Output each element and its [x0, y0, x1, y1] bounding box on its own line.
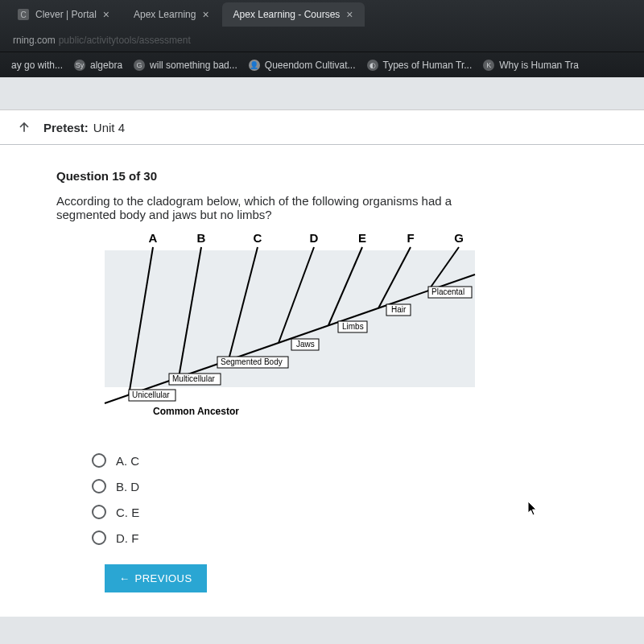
- answer-label: C. E: [116, 506, 139, 519]
- header-prefix: Pretest:: [43, 121, 89, 134]
- trait-unicellular: Unicellular: [129, 390, 175, 401]
- svg-text:Limbs: Limbs: [342, 322, 364, 331]
- tab-apex-courses[interactable]: Apex Learning - Courses ×: [222, 2, 365, 27]
- question-content: Question 15 of 30 According to the clado…: [0, 145, 644, 617]
- svg-text:Jaws: Jaws: [296, 340, 315, 349]
- trait-placental: Placental: [428, 287, 472, 298]
- trait-multicellular: Multicellular: [169, 374, 221, 385]
- bookmark-willsomething[interactable]: G will something bad...: [134, 60, 237, 71]
- bookmark-label: will something bad...: [150, 60, 237, 71]
- trait-limbs: Limbs: [338, 321, 367, 332]
- trait-jaws: Jaws: [291, 339, 319, 350]
- bookmark-queendom[interactable]: 👤 Queendom Cultivat...: [249, 60, 356, 71]
- tip-F: F: [407, 231, 414, 245]
- answer-list: A. C B. D C. E D. F: [92, 453, 588, 545]
- close-icon[interactable]: ×: [103, 8, 109, 21]
- person-icon: 👤: [249, 60, 260, 71]
- page-header: Pretest: Unit 4: [0, 109, 644, 145]
- root-label: Common Ancestor: [153, 406, 239, 417]
- answer-a[interactable]: A. C: [92, 453, 588, 468]
- url-host: rning.com: [13, 35, 56, 46]
- bookmark-whyhuman[interactable]: K Why is Human Tra: [483, 60, 579, 71]
- bookmark-icon: G: [134, 60, 145, 71]
- back-up-icon[interactable]: [16, 119, 32, 135]
- radio-icon[interactable]: [92, 453, 106, 468]
- tab-label: Clever | Portal: [35, 9, 97, 20]
- radio-icon[interactable]: [92, 479, 106, 493]
- answer-d[interactable]: D. F: [92, 530, 588, 545]
- header-unit: Unit 4: [93, 121, 125, 134]
- browser-chrome: C Clever | Portal × Apex Learning × Apex…: [0, 0, 644, 77]
- svg-text:Placental: Placental: [431, 287, 464, 296]
- tip-E: E: [358, 231, 366, 245]
- tip-C: C: [254, 231, 262, 245]
- url-path: public/activitytools/assessment: [59, 35, 191, 46]
- bookmark-label: Queendom Cultivat...: [265, 60, 356, 71]
- bookmark-label: algebra: [90, 60, 122, 71]
- question-text: According to the cladogram below, which …: [56, 194, 507, 221]
- tip-D: D: [310, 231, 319, 245]
- tip-B: B: [197, 231, 206, 245]
- tip-G: G: [454, 231, 464, 245]
- svg-text:Multicellular: Multicellular: [172, 374, 215, 383]
- previous-label: PREVIOUS: [135, 572, 192, 584]
- bookmark-typeshuman[interactable]: ◐ Types of Human Tr...: [367, 60, 473, 71]
- tip-A: A: [149, 231, 158, 245]
- arrow-left-icon: ←: [119, 572, 130, 584]
- close-icon[interactable]: ×: [346, 8, 353, 21]
- page-gap: [0, 77, 644, 109]
- tab-label: Apex Learning: [134, 9, 196, 20]
- tab-label: Apex Learning - Courses: [233, 9, 341, 20]
- bookmarks-bar: ay go with... Sy algebra G will somethin…: [0, 52, 644, 77]
- radio-icon[interactable]: [92, 530, 106, 545]
- radio-icon[interactable]: [92, 505, 106, 519]
- trait-segmented: Segmented Body: [217, 357, 288, 368]
- answer-b[interactable]: B. D: [92, 479, 588, 493]
- answer-c[interactable]: C. E: [92, 505, 588, 519]
- bookmark-icon: K: [483, 60, 494, 71]
- answer-label: A. C: [116, 454, 139, 468]
- bookmark-label: ay go with...: [11, 60, 63, 71]
- favicon-clever: C: [18, 9, 29, 20]
- bookmark-icon: ◐: [367, 60, 378, 71]
- svg-text:Unicellular: Unicellular: [132, 390, 170, 399]
- previous-button[interactable]: ← PREVIOUS: [105, 564, 207, 592]
- url-bar[interactable]: rning.com public/activitytools/assessmen…: [0, 29, 644, 52]
- bookmark-algebra[interactable]: Sy algebra: [74, 60, 122, 71]
- bookmark-aygowith[interactable]: ay go with...: [11, 60, 63, 71]
- tab-strip: C Clever | Portal × Apex Learning × Apex…: [0, 0, 644, 29]
- close-icon[interactable]: ×: [202, 8, 208, 21]
- svg-text:Hair: Hair: [391, 305, 407, 314]
- tab-clever[interactable]: C Clever | Portal ×: [6, 2, 121, 27]
- svg-text:Segmented Body: Segmented Body: [221, 357, 283, 366]
- cladogram-svg: A B C D E F G Unicellular Multicellula: [80, 226, 483, 436]
- trait-hair: Hair: [386, 304, 411, 316]
- bookmark-icon: Sy: [74, 60, 85, 71]
- bookmark-label: Types of Human Tr...: [383, 60, 473, 71]
- answer-label: D. F: [116, 531, 138, 545]
- cladogram-figure: A B C D E F G Unicellular Multicellula: [80, 226, 588, 439]
- bookmark-label: Why is Human Tra: [499, 60, 579, 71]
- svg-rect-0: [105, 250, 475, 387]
- answer-label: B. D: [116, 480, 139, 493]
- tab-apex-learning[interactable]: Apex Learning ×: [122, 2, 221, 27]
- question-title: Question 15 of 30: [56, 169, 588, 183]
